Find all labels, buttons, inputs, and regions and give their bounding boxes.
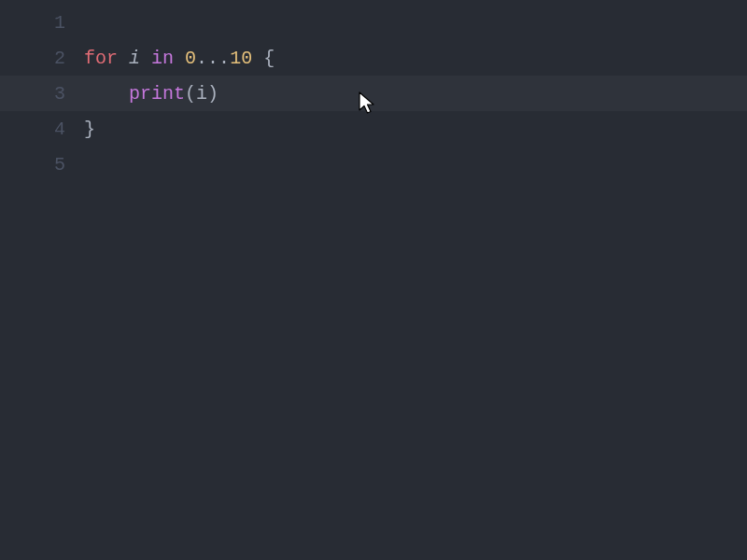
token bbox=[84, 83, 129, 105]
line-number: 5 bbox=[0, 154, 84, 175]
code-line[interactable]: 5 bbox=[0, 147, 747, 182]
token: 0 bbox=[185, 48, 196, 69]
code-content[interactable]: } bbox=[84, 119, 95, 140]
token bbox=[118, 48, 129, 69]
token: 10 bbox=[230, 48, 252, 69]
token: i bbox=[129, 48, 140, 69]
line-number: 3 bbox=[0, 83, 84, 105]
token: in bbox=[151, 48, 174, 69]
token: print bbox=[129, 83, 185, 105]
token: ... bbox=[196, 48, 230, 69]
code-line[interactable]: 4} bbox=[0, 111, 747, 147]
line-number: 4 bbox=[0, 119, 84, 140]
token: for bbox=[84, 48, 118, 69]
code-content[interactable]: print(i) bbox=[84, 83, 218, 105]
code-line[interactable]: 1 bbox=[0, 5, 747, 40]
token: (i) bbox=[185, 83, 218, 105]
token: } bbox=[84, 119, 95, 140]
token bbox=[140, 48, 151, 69]
code-editor[interactable]: 12for i in 0...10 {3 print(i)4}5 bbox=[0, 0, 747, 560]
code-line[interactable]: 3 print(i) bbox=[0, 76, 747, 111]
code-content[interactable]: for i in 0...10 { bbox=[84, 48, 275, 69]
line-number: 2 bbox=[0, 48, 84, 69]
code-line[interactable]: 2for i in 0...10 { bbox=[0, 40, 747, 76]
line-number: 1 bbox=[0, 12, 84, 34]
token bbox=[174, 48, 185, 69]
token: { bbox=[252, 48, 275, 69]
